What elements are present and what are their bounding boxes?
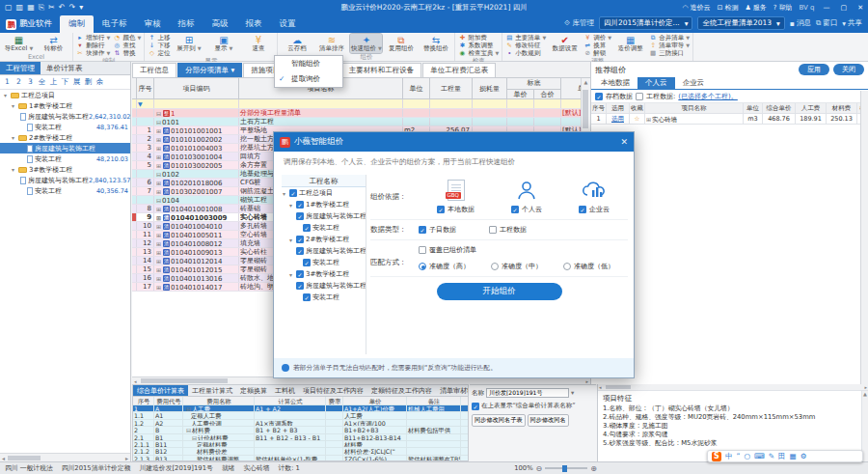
help-button[interactable]: ?帮助 <box>773 3 793 13</box>
ime-icon[interactable]: ” <box>737 452 741 461</box>
tree-item[interactable]: ▾2#教学楼工程 <box>0 132 130 143</box>
cut-icon[interactable]: ✂ <box>48 3 55 13</box>
ribbon-button-小数规则[interactable]: ∙小数规则 <box>505 50 546 57</box>
undo-icon[interactable]: ↶ <box>59 3 66 13</box>
ribbon-button-快速组价[interactable]: ✦快速组价 ▼ <box>350 34 382 53</box>
print-icon[interactable]: ⎘ <box>39 3 44 13</box>
ribbon-button-下移[interactable]: ↓下移 <box>148 42 170 49</box>
ribbon-button-数据设置[interactable]: ✔数据设置 <box>549 34 581 53</box>
cost-row[interactable]: 1.2A2人工费价调A1×市调系数A1×(市调/100 <box>133 420 468 427</box>
recommend-tab-个人云[interactable]: 个人云 <box>637 77 675 89</box>
ribbon-button-定位[interactable]: ◇定位 <box>148 50 170 57</box>
tree-item[interactable]: 安装工程40,356.74 <box>0 185 130 196</box>
ribbon-button-替换[interactable]: ⇅替换 <box>113 50 141 57</box>
table-row-group[interactable]: ⊟整1分部分项工程量清单[默认]18.建 <box>132 109 581 118</box>
ribbon-button-附加费[interactable]: ✚附加费 <box>458 35 499 42</box>
bottom-tab-定额换算[interactable]: 定额换算 <box>236 385 271 396</box>
tree-item[interactable]: ▾1#教学楼工程 <box>0 100 130 111</box>
ribbon-button-速查[interactable]: ¥速查 <box>242 34 274 53</box>
personal-cloud-checkbox[interactable]: ✓ <box>511 206 519 213</box>
cost-row[interactable]: 1A⊟人工费A1 + A2A1+A2(人工)价费机械人工费用 <box>133 405 468 412</box>
ribbon-button-合并清单[interactable]: ⧉合并清单 ▼ <box>649 35 690 42</box>
tree-checkbox[interactable]: ✓ <box>296 236 304 243</box>
left-tab-单价计算表[interactable]: 单价计算表 <box>41 62 89 74</box>
dialog-tree-item[interactable]: ▾✓3#教学楼工程 <box>282 268 366 280</box>
ribbon-tab-指标[interactable]: 指标 <box>170 15 203 33</box>
tree-checkbox[interactable]: ✓ <box>296 247 304 255</box>
more-icon[interactable]: ▾ <box>79 3 83 13</box>
enterprise-cloud-checkbox[interactable]: ✓ <box>579 206 586 213</box>
recommend-tab-企业云[interactable]: 企业云 <box>675 77 713 89</box>
recommend-row[interactable]: 1选用☆⊞实心砖墙m3468.76189.91250.131 <box>591 114 868 125</box>
bottom-tab-定额特征及工作内容[interactable]: 定额特征及工作内容 <box>367 385 436 396</box>
use-link[interactable]: 选用 <box>611 115 624 123</box>
tree-tool-全[interactable]: 全 <box>37 77 47 87</box>
share-button[interactable]: ▾共享 <box>842 18 862 28</box>
bottom-tab-工程量计算式[interactable]: 工程量计算式 <box>188 385 236 396</box>
dialog-tree-item[interactable]: ▾✓工程总项目 <box>282 187 366 199</box>
ime-icon[interactable]: ▦ <box>790 452 797 461</box>
ime-icon[interactable]: 中 <box>725 452 733 461</box>
main-tab-主要材料和工程设备[interactable]: 主要材料和工程设备 <box>341 63 422 77</box>
ribbon-button-块操作[interactable]: ✂块操作 ▼ <box>76 50 110 57</box>
ribbon-button-换算[interactable]: ⇌换算 <box>583 42 611 49</box>
library-button[interactable]: ⟐ 库管理 <box>564 18 594 28</box>
tree-item[interactable]: 房屋建筑与装饰工程 <box>0 143 130 153</box>
check-update-button[interactable]: ⊡检测 <box>718 3 739 13</box>
ribbon-button-清单排序[interactable]: ≋清单排序 <box>315 34 347 53</box>
customer-service-button[interactable]: ♟服务 <box>745 3 766 13</box>
zoom-slider[interactable] <box>545 467 587 469</box>
start-pricing-button[interactable]: 开始组价 <box>437 283 562 300</box>
accuracy-radio-准确度（低）[interactable] <box>563 263 571 270</box>
ribbon-button-三防接口[interactable]: ▩三防接口 <box>649 50 690 57</box>
cost-row[interactable]: 2.1.1B11定额材料费材料费 <box>133 441 468 448</box>
ribbon-button-删除行[interactable]: ▾删除行 <box>76 42 110 49</box>
ribbon-button-调价[interactable]: ¥调价 ▼ <box>583 35 611 42</box>
recommend-vscrollbar[interactable] <box>860 91 868 384</box>
ribbon-button-检查宝典[interactable]: ◉检查宝典 ▼ <box>458 50 499 57</box>
zoom-in-icon[interactable]: ⊕ <box>590 464 597 473</box>
menu-item-智能组价[interactable]: 智能组价 <box>275 56 342 71</box>
tree-item[interactable]: ▾3#教学楼工程 <box>0 164 130 175</box>
tree-tool-3[interactable]: 3 <box>25 77 36 87</box>
message-button[interactable]: ▪消息 <box>790 18 811 28</box>
ribbon-button-查找[interactable]: ◎查找 <box>113 42 141 49</box>
close-button[interactable]: ✕ <box>855 4 865 12</box>
chevron-down-icon[interactable]: ▾ <box>571 389 574 397</box>
bottom-tab-项目特征及工作内容[interactable]: 项目特征及工作内容 <box>299 385 367 396</box>
tree-tool-展[interactable]: 展 <box>71 77 82 87</box>
dialog-tree-item[interactable]: ✓房屋建筑与装饰工程 <box>282 210 366 222</box>
left-panel-hscrollbar[interactable]: ◂▸ <box>0 453 130 461</box>
bottom-tab-综合单价计算表[interactable]: 综合单价计算表 <box>133 385 188 396</box>
ribbon-button-增加行[interactable]: ▸增加行 ▼ <box>76 35 110 42</box>
left-tab-工程管理[interactable]: 工程管理 <box>0 62 41 74</box>
recommend-tab-本地数据[interactable]: 本地数据 <box>593 77 637 89</box>
ime-icon[interactable]: ⌨ <box>754 452 765 461</box>
ribbon-button-颜色[interactable]: ◔颜色 ▼ <box>113 35 141 42</box>
ribbon-tab-审核[interactable]: 审核 <box>136 15 170 33</box>
ime-icon[interactable]: ✎ <box>769 452 774 461</box>
ribbon-button-解锁[interactable]: ⊘解锁 <box>583 50 611 57</box>
ime-icon[interactable]: ⚙ <box>800 452 807 461</box>
ribbon-tab-设置[interactable]: 设置 <box>271 15 305 33</box>
ribbon-button-系数调整[interactable]: ✱系数调整 <box>458 42 499 49</box>
new-file-icon[interactable]: ▢ <box>5 3 13 13</box>
ribbon-button-主要清单[interactable]: ▤主要清单 ▼ <box>505 35 546 42</box>
ribbon-tab-高级[interactable]: 高级 <box>203 15 237 33</box>
save-icon[interactable]: ▦ <box>27 3 35 13</box>
dialog-tree-item[interactable]: ▾✓2#教学楼工程 <box>282 234 366 245</box>
overwrite-checkbox[interactable] <box>419 246 426 254</box>
dialog-tree-item[interactable]: ✓安装工程 <box>282 292 366 303</box>
ribbon-button-显示[interactable]: ▣显示 ▼ <box>207 34 239 53</box>
selected-projects-link[interactable]: (已选择多个工程)。 <box>678 92 737 101</box>
ribbon-button-修改特征[interactable]: ✎修改特征 <box>505 42 546 49</box>
tree-checkbox[interactable]: ✓ <box>303 259 311 266</box>
cost-row[interactable]: 2.1.2B12材料费价差材料价差·ΣJCLJC(" <box>133 448 468 455</box>
dialog-tree-item[interactable]: ✓房屋建筑与装饰工程 <box>282 245 366 257</box>
main-tab-工程信息[interactable]: 工程信息 <box>132 63 176 77</box>
menu-item-提取询价[interactable]: ✓提取询价 <box>275 71 342 87</box>
cost-row[interactable]: 2B⊟材料费B1 + B2 + B3B1+B2+B3材料费包括甲供 <box>133 427 468 433</box>
tree-item[interactable]: 房屋建筑与装饰工程2,642,310.02 <box>0 111 130 122</box>
dialog-tree-item[interactable]: ✓安装工程 <box>282 257 366 268</box>
ribbon-tab-报表[interactable]: 报表 <box>237 15 271 33</box>
